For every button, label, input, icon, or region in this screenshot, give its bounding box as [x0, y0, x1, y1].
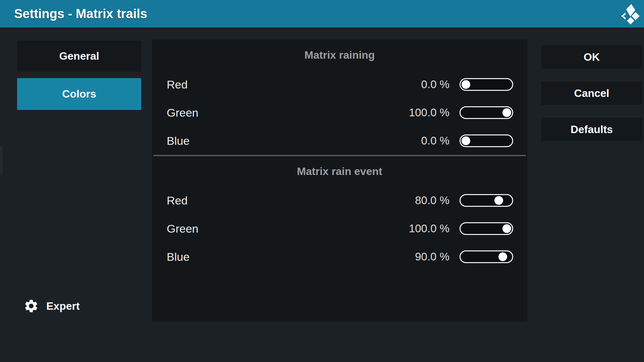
settings-level-toggle[interactable]: Expert [23, 298, 80, 314]
setting-row-raining-green[interactable]: Green 100.0 % [152, 99, 527, 127]
setting-value: 100.0 % [399, 222, 449, 235]
color-slider[interactable] [460, 194, 513, 207]
setting-row-event-blue[interactable]: Blue 90.0 % [152, 243, 527, 271]
setting-value: 80.0 % [399, 194, 449, 207]
slider-knob[interactable] [494, 196, 503, 205]
sidebar-item-general[interactable]: General [17, 41, 141, 72]
slider-knob[interactable] [502, 108, 511, 117]
setting-label: Red [167, 194, 399, 207]
ok-button[interactable]: OK [541, 45, 642, 69]
cancel-button[interactable]: Cancel [541, 81, 642, 105]
setting-label: Blue [167, 250, 399, 263]
setting-value: 100.0 % [399, 106, 449, 119]
setting-label: Blue [167, 134, 399, 147]
setting-label: Red [167, 78, 399, 91]
kodi-logo-icon [620, 4, 641, 24]
dialog-title: Settings - Matrix trails [14, 7, 147, 21]
setting-row-raining-blue[interactable]: Blue 0.0 % [152, 127, 527, 155]
gear-icon [23, 298, 39, 314]
color-slider[interactable] [460, 222, 513, 235]
setting-value: 90.0 % [399, 250, 449, 263]
setting-row-raining-red[interactable]: Red 0.0 % [152, 70, 527, 99]
scroll-indicator [0, 146, 3, 175]
slider-knob[interactable] [462, 136, 470, 145]
setting-value: 0.0 % [399, 78, 449, 91]
setting-label: Green [167, 106, 399, 119]
section-title: Matrix rain event [152, 156, 527, 186]
slider-knob[interactable] [462, 80, 470, 89]
color-slider[interactable] [460, 106, 513, 119]
color-slider[interactable] [460, 134, 513, 147]
color-slider[interactable] [460, 78, 513, 91]
settings-panel: Matrix raining Red 0.0 % Green 100.0 % B… [152, 40, 527, 322]
slider-knob[interactable] [498, 252, 507, 261]
setting-row-event-green[interactable]: Green 100.0 % [152, 215, 527, 243]
setting-value: 0.0 % [399, 134, 449, 147]
color-slider[interactable] [460, 250, 513, 263]
settings-level-label: Expert [46, 300, 80, 312]
slider-knob[interactable] [502, 224, 511, 233]
dialog-header: Settings - Matrix trails [0, 0, 644, 27]
defaults-button[interactable]: Defaults [541, 118, 642, 141]
setting-label: Green [167, 222, 399, 235]
section-title: Matrix raining [152, 40, 527, 70]
sidebar-item-colors[interactable]: Colors [17, 78, 141, 110]
setting-row-event-red[interactable]: Red 80.0 % [152, 186, 527, 215]
